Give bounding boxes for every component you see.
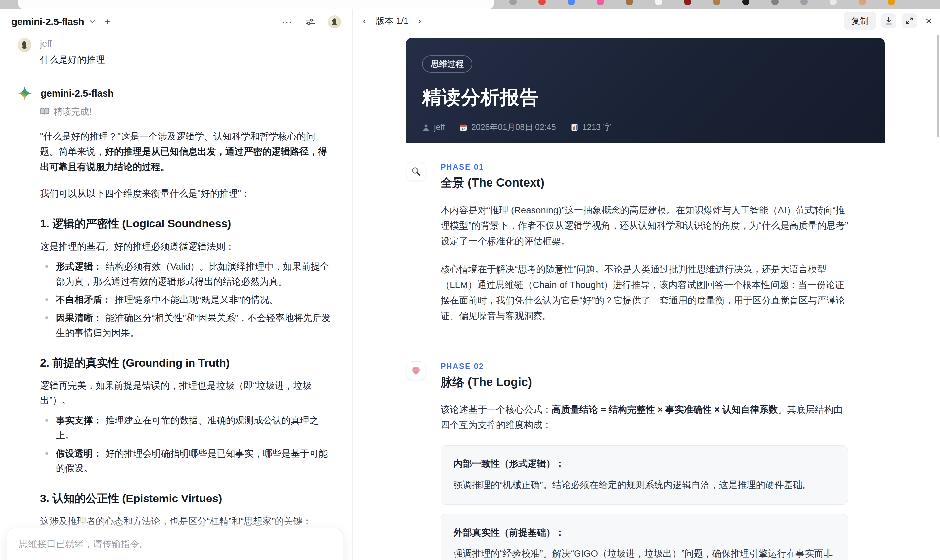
gemini-logo-icon: [17, 86, 32, 100]
phase-rail: [407, 362, 425, 560]
message-composer[interactable]: 思维接口已就绪，请传输指令。 +: [7, 528, 343, 560]
list-item: 因果清晰：能准确区分“相关性”和“因果关系”，不会轻率地将先后发生的事情归为因果…: [40, 311, 333, 340]
composer-placeholder[interactable]: 思维接口已就绪，请传输指令。: [19, 538, 331, 551]
browser-chrome-strip: [0, 0, 940, 9]
assistant-message-header: gemini-2.5-flash: [17, 86, 335, 100]
extension-icon[interactable]: [567, 0, 575, 5]
dimension-card-2: 外部真实性（前提基础）： 强调推理的“经验校准”。解决“GIGO（垃圾进，垃圾出…: [441, 514, 848, 560]
phase-label: PHASE 02: [441, 362, 848, 371]
lead-sentence: 我们可以从以下四个维度来衡量什么是"好的推理"：: [40, 186, 333, 201]
conversation: jeff 什么是好的推理: [17, 38, 335, 560]
report-badge: 思维过程: [422, 55, 472, 73]
list-item: 形式逻辑：结构必须有效（Valid）。比如演绎推理中，如果前提全部为真，那么通过…: [40, 259, 333, 289]
extension-icon[interactable]: [655, 0, 662, 5]
more-options-button[interactable]: ⋯: [282, 16, 293, 28]
brain-icon: [407, 362, 425, 380]
extension-icon[interactable]: [597, 0, 604, 5]
assistant-message-body: 精读完成! "什么是好的推理？"这是一个涉及逻辑学、认知科学和哲学核心的问题。简…: [40, 106, 333, 560]
dimension-card-1: 内部一致性（形式逻辑）： 强调推理的“机械正确”。结论必须在给定的规则系统内逻辑…: [441, 445, 848, 505]
status-line: 精读完成!: [40, 106, 333, 118]
phase-label: PHASE 01: [441, 163, 848, 172]
user-avatar[interactable]: [328, 15, 341, 28]
section-heading-3: 3. 认知的公正性 (Epistemic Virtues): [40, 491, 333, 506]
section-intro-2: 逻辑再完美，如果前提是错误的，推理也是垃圾（即“垃圾进，垃圾出”）。: [40, 378, 333, 408]
user-message: jeff 什么是好的推理: [17, 38, 335, 66]
status-text: 精读完成!: [53, 106, 92, 118]
prev-version-button[interactable]: ‹: [361, 14, 369, 28]
report-document: 思维过程 精读分析报告 jeff 17 2026年01月08日 02:45 12…: [406, 38, 885, 560]
list-item: 不自相矛盾：推理链条中不能出现“既是又非”的情况。: [40, 292, 333, 307]
bullet-list-2: 事实支撑：推理建立在可靠的数据、准确的观测或公认的真理之上。 假设透明：好的推理…: [40, 413, 333, 476]
user-name: jeff: [40, 38, 105, 49]
phase-title: 全景 (The Context): [441, 175, 848, 191]
bar-chart-icon: [570, 123, 578, 131]
phase-paragraph: 本内容是对“推理 (Reasoning)”这一抽象概念的高层建模。在知识爆炸与人…: [441, 202, 848, 249]
version-nav: ‹ 版本 1/1 ›: [361, 14, 424, 28]
extension-icon[interactable]: [626, 0, 633, 5]
timeline-connector: [416, 183, 416, 339]
section-heading-2: 2. 前提的真实性 (Grounding in Truth): [40, 355, 333, 371]
calendar-icon: 17: [459, 123, 467, 131]
book-icon: [40, 108, 49, 116]
copy-button[interactable]: 复制: [844, 12, 876, 30]
phase-title: 脉络 (The Logic): [441, 374, 848, 391]
settings-sliders-icon[interactable]: [305, 16, 316, 28]
wordcount-meta: 1213 字: [570, 122, 612, 132]
extension-icon[interactable]: [538, 0, 546, 5]
user-message-text: 什么是好的推理: [40, 54, 105, 66]
next-version-button[interactable]: ›: [415, 14, 424, 28]
download-button[interactable]: [881, 13, 896, 28]
svg-text:17: 17: [462, 127, 465, 130]
bullet-list-1: 形式逻辑：结构必须有效（Valid）。比如演绎推理中，如果前提全部为真，那么通过…: [40, 259, 333, 340]
chat-panel: gemini-2.5-flash + ⋯: [0, 9, 352, 560]
person-icon: [422, 123, 430, 131]
extension-icon[interactable]: [771, 0, 778, 5]
user-avatar: [17, 38, 31, 52]
list-item: 事实支撑：推理建立在可靠的数据、准确的观测或公认的真理之上。: [40, 413, 333, 443]
section-intro-1: 这是推理的基石。好的推理必须遵循逻辑法则：: [40, 239, 333, 254]
model-selector[interactable]: gemini-2.5-flash: [11, 16, 84, 28]
report-hero: 思维过程 精读分析报告 jeff 17 2026年01月08日 02:45 12…: [406, 38, 885, 143]
extension-icon[interactable]: [829, 0, 837, 5]
list-item: 假设透明：好的推理会明确指明哪些是已知事实，哪些是基于可能的假设。: [40, 446, 333, 476]
scrollbar-thumb[interactable]: [937, 35, 939, 137]
assistant-name: gemini-2.5-flash: [41, 88, 114, 99]
author-meta: jeff: [422, 122, 445, 132]
extension-icon[interactable]: [713, 0, 720, 5]
magnifier-icon: [407, 162, 425, 180]
phase-paragraph: 核心情境在于解决“思考的随意性”问题。不论是人类通过批判性思维进行决策，还是大语…: [441, 262, 848, 324]
artifact-toolbar: ‹ 版本 1/1 › 复制 ×: [353, 9, 940, 33]
report-title: 精读分析报告: [422, 85, 869, 111]
timeline-connector: [416, 383, 416, 560]
version-label: 版本 1/1: [376, 15, 408, 27]
chevron-down-icon[interactable]: [89, 18, 96, 25]
extension-icon[interactable]: [800, 0, 808, 5]
chat-header: gemini-2.5-flash + ⋯: [0, 9, 352, 35]
extension-icon[interactable]: [858, 0, 866, 5]
report-body: PHASE 01 全景 (The Context) 本内容是对“推理 (Reas…: [406, 143, 885, 560]
extension-icon[interactable]: [742, 0, 749, 5]
section-heading-1: 1. 逻辑的严密性 (Logical Soundness): [40, 216, 333, 231]
extension-icon[interactable]: [509, 0, 517, 5]
phase-lead: 该论述基于一个核心公式：高质量结论 = 结构完整性 × 事实准确性 × 认知自律…: [441, 402, 848, 433]
phase-section-2: PHASE 02 脉络 (The Logic) 该论述基于一个核心公式：高质量结…: [407, 362, 885, 560]
close-button[interactable]: ×: [922, 15, 935, 28]
date-meta: 17 2026年01月08日 02:45: [459, 122, 556, 132]
artifact-panel: ‹ 版本 1/1 › 复制 × 思维过程 精读分析报告 jeff: [352, 9, 940, 560]
phase-section-1: PHASE 01 全景 (The Context) 本内容是对“推理 (Reas…: [407, 162, 885, 362]
report-meta: jeff 17 2026年01月08日 02:45 1213 字: [422, 122, 869, 132]
artifact-actions: 复制 ×: [844, 12, 935, 30]
fullscreen-button[interactable]: [901, 13, 917, 28]
phase-rail: [407, 162, 425, 336]
extension-icon[interactable]: [888, 0, 895, 5]
extension-icon[interactable]: [684, 0, 691, 5]
url-bar-stub[interactable]: [18, 0, 494, 9]
new-chat-button[interactable]: +: [105, 16, 111, 28]
intro-paragraph: "什么是好的推理？"这是一个涉及逻辑学、认知科学和哲学核心的问题。简单来说，好的…: [40, 129, 333, 175]
